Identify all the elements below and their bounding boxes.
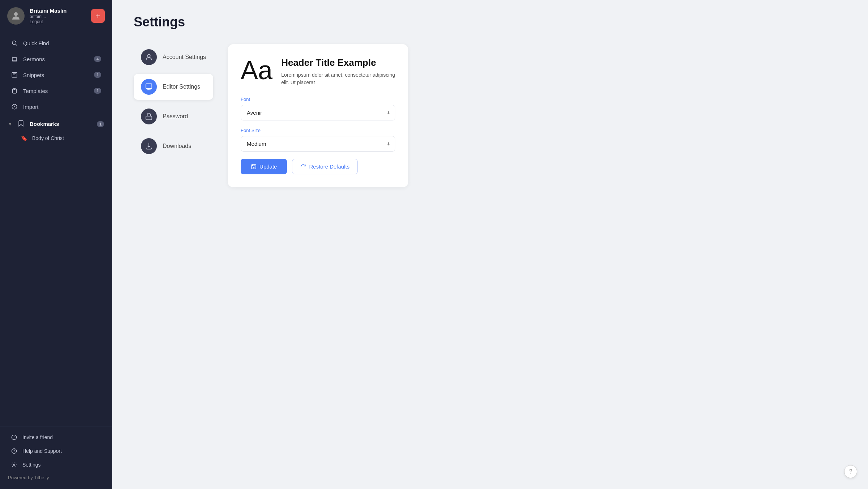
sidebar-item-import[interactable]: Import bbox=[3, 99, 109, 114]
bookmark-icon: 🔖 bbox=[21, 135, 27, 141]
sidebar-item-quick-find[interactable]: Quick Find bbox=[3, 35, 109, 51]
sidebar: Britaini Maslin britaini... Logout + Qui… bbox=[0, 0, 112, 489]
preview-body: Lorem ipsum dolor sit amet, consectetur … bbox=[281, 71, 395, 86]
font-preview-text: Aa bbox=[241, 57, 272, 83]
svg-rect-3 bbox=[14, 88, 16, 89]
avatar bbox=[7, 7, 25, 25]
restore-button-label: Restore Defaults bbox=[309, 163, 349, 170]
settings-menu-label: Account Settings bbox=[163, 54, 206, 60]
svg-rect-10 bbox=[146, 116, 152, 120]
question-mark-icon: ? bbox=[849, 468, 852, 475]
bookmark-item-body-of-christ[interactable]: 🔖 Body of Christ bbox=[3, 132, 109, 144]
restore-defaults-button[interactable]: Restore Defaults bbox=[292, 159, 358, 174]
bookmarks-icon bbox=[17, 120, 25, 128]
sidebar-item-settings[interactable]: Settings bbox=[3, 458, 109, 471]
settings-menu: Account Settings Editor Settings Passwor… bbox=[134, 44, 213, 159]
preview-text-block: Header Title Example Lorem ipsum dolor s… bbox=[281, 57, 395, 86]
account-settings-icon-circle bbox=[141, 49, 157, 65]
password-icon-circle bbox=[141, 109, 157, 124]
preview-title: Header Title Example bbox=[281, 57, 395, 68]
settings-menu-label: Downloads bbox=[163, 143, 191, 149]
settings-menu-item-downloads[interactable]: Downloads bbox=[134, 133, 213, 159]
invite-icon bbox=[11, 434, 17, 441]
snippet-icon bbox=[11, 71, 18, 78]
sidebar-header: Britaini Maslin britaini... Logout + bbox=[0, 0, 112, 32]
sidebar-item-sermons[interactable]: Sermons 4 bbox=[3, 51, 109, 67]
settings-menu-item-editor[interactable]: Editor Settings bbox=[134, 74, 213, 100]
bookmarks-header[interactable]: ▼ Bookmarks 1 bbox=[3, 116, 109, 132]
font-label: Font bbox=[241, 97, 395, 102]
sidebar-item-label: Snippets bbox=[23, 72, 89, 78]
font-select[interactable]: Avenir Arial Georgia Helvetica Times New… bbox=[241, 105, 395, 120]
font-size-select-wrapper: Small Medium Large ⬍ bbox=[241, 136, 395, 152]
help-icon bbox=[11, 448, 17, 454]
footer-item-label: Invite a friend bbox=[22, 434, 53, 440]
footer-item-label: Help and Support bbox=[22, 448, 62, 454]
svg-point-0 bbox=[14, 12, 18, 16]
footer-item-label: Settings bbox=[22, 462, 41, 468]
svg-point-1 bbox=[12, 41, 16, 45]
import-icon bbox=[11, 103, 18, 110]
sidebar-item-help[interactable]: Help and Support bbox=[3, 445, 109, 458]
bookmarks-section: ▼ Bookmarks 1 🔖 Body of Christ bbox=[3, 116, 109, 144]
main-content: Settings Account Settings Editor Setting… bbox=[112, 0, 868, 489]
svg-rect-9 bbox=[146, 84, 152, 89]
user-name: Britaini Maslin bbox=[30, 8, 86, 14]
sidebar-item-templates[interactable]: Templates 1 bbox=[3, 83, 109, 98]
bookmark-label: Body of Christ bbox=[32, 135, 64, 141]
font-size-field: Font Size Small Medium Large ⬍ bbox=[241, 128, 395, 152]
sermons-badge: 4 bbox=[94, 56, 101, 62]
sidebar-footer: Invite a friend Help and Support Setting… bbox=[0, 426, 112, 489]
powered-by: Powered by Tithe.ly bbox=[0, 472, 112, 485]
settings-layout: Account Settings Editor Settings Passwor… bbox=[134, 44, 846, 187]
sidebar-item-label: Templates bbox=[23, 88, 89, 94]
font-field: Font Avenir Arial Georgia Helvetica Time… bbox=[241, 97, 395, 120]
editor-settings-panel: Aa Header Title Example Lorem ipsum dolo… bbox=[228, 44, 408, 187]
font-select-wrapper: Avenir Arial Georgia Helvetica Times New… bbox=[241, 105, 395, 120]
svg-point-7 bbox=[13, 464, 15, 465]
sidebar-nav: Quick Find Sermons 4 Snippets 1 Template… bbox=[0, 32, 112, 426]
editor-actions: Update Restore Defaults bbox=[241, 159, 395, 174]
search-icon bbox=[11, 39, 18, 47]
settings-menu-item-account[interactable]: Account Settings bbox=[134, 44, 213, 70]
add-button[interactable]: + bbox=[91, 9, 105, 23]
logout-link[interactable]: Logout bbox=[30, 19, 86, 24]
font-size-select[interactable]: Small Medium Large bbox=[241, 136, 395, 152]
font-size-label: Font Size bbox=[241, 128, 395, 133]
user-email: britaini... bbox=[30, 14, 86, 19]
bookmarks-badge: 1 bbox=[97, 121, 104, 127]
settings-menu-label: Password bbox=[163, 113, 188, 120]
sidebar-item-label: Sermons bbox=[23, 56, 89, 62]
save-icon bbox=[251, 164, 257, 170]
sidebar-item-label: Import bbox=[23, 104, 101, 110]
book-icon bbox=[11, 55, 18, 63]
snippets-badge: 1 bbox=[94, 72, 101, 78]
update-button-label: Update bbox=[259, 163, 277, 170]
editor-settings-icon-circle bbox=[141, 79, 157, 95]
settings-menu-label: Editor Settings bbox=[163, 84, 200, 90]
update-button[interactable]: Update bbox=[241, 159, 287, 174]
chevron-down-icon: ▼ bbox=[8, 122, 12, 127]
bookmarks-label: Bookmarks bbox=[30, 121, 92, 127]
sidebar-item-label: Quick Find bbox=[23, 40, 101, 46]
gear-icon bbox=[11, 462, 17, 468]
downloads-icon-circle bbox=[141, 138, 157, 154]
sidebar-item-snippets[interactable]: Snippets 1 bbox=[3, 67, 109, 82]
svg-point-8 bbox=[147, 55, 150, 57]
restore-icon bbox=[300, 164, 306, 170]
sidebar-item-invite[interactable]: Invite a friend bbox=[3, 431, 109, 444]
page-title: Settings bbox=[134, 14, 846, 30]
user-info: Britaini Maslin britaini... Logout bbox=[30, 8, 86, 24]
help-circle-button[interactable]: ? bbox=[844, 465, 857, 478]
templates-badge: 1 bbox=[94, 88, 101, 94]
font-preview-area: Aa Header Title Example Lorem ipsum dolo… bbox=[241, 57, 395, 86]
settings-menu-item-password[interactable]: Password bbox=[134, 103, 213, 129]
template-icon bbox=[11, 87, 18, 94]
